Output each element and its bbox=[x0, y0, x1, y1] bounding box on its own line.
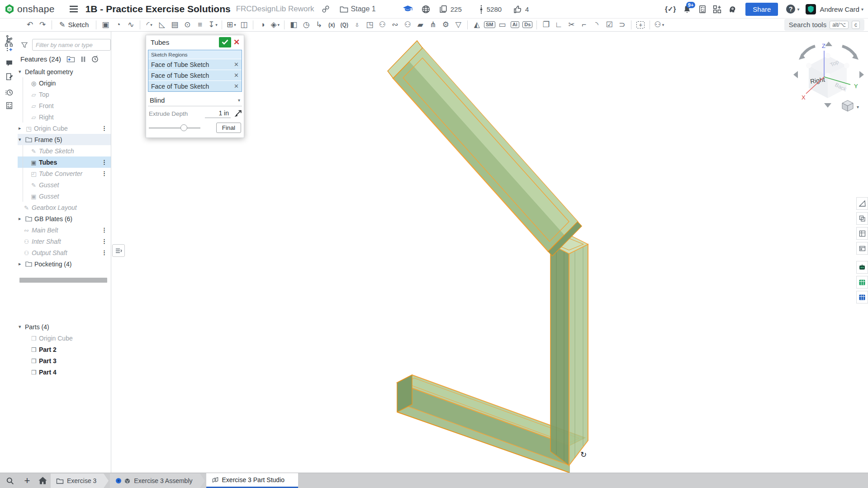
folder-frame[interactable]: Frame (5) bbox=[18, 134, 111, 145]
vertical-tube[interactable] bbox=[550, 235, 588, 465]
thread-button[interactable]: ≡ bbox=[194, 19, 206, 31]
part-4[interactable]: Part 4 bbox=[18, 366, 111, 378]
search-tools[interactable]: Search tools alt/⌥ c bbox=[784, 19, 864, 31]
view-mode-button[interactable]: ▾ bbox=[842, 100, 859, 111]
remove-region-icon[interactable]: ✕ bbox=[234, 83, 239, 90]
measure-tool-button[interactable] bbox=[856, 197, 868, 210]
custom-table-blue-button[interactable] bbox=[856, 291, 868, 303]
end-condition-select[interactable]: Blind ▾ bbox=[148, 95, 242, 106]
insert-tool-button[interactable]: + bbox=[635, 19, 646, 31]
onshape-logo-icon[interactable] bbox=[4, 4, 15, 14]
help-icon[interactable]: ? bbox=[786, 5, 795, 14]
avatar[interactable] bbox=[806, 4, 816, 14]
document-properties-icon[interactable] bbox=[4, 71, 14, 81]
custom-feature-frame-button[interactable]: ⋔ bbox=[427, 19, 439, 31]
round-tool-button[interactable]: ◝ bbox=[591, 19, 602, 31]
slider-track[interactable] bbox=[149, 128, 200, 128]
share-button[interactable]: Share bbox=[745, 3, 778, 16]
rollback-handle-icon[interactable]: ⋮ bbox=[101, 170, 107, 177]
sheet-metal-flat-button[interactable]: ▭ bbox=[496, 19, 508, 31]
sketch-button[interactable]: ✎ Sketch bbox=[55, 19, 93, 31]
release-tasks-icon[interactable] bbox=[698, 5, 707, 14]
drawing-studio-button[interactable]: Ds bbox=[522, 19, 533, 31]
wire-tool-button[interactable]: ⊃ bbox=[616, 19, 628, 31]
lookup-table-button[interactable]: (Q) bbox=[338, 19, 350, 31]
featurescript-notices-icon[interactable]: {✓} bbox=[665, 5, 676, 13]
sketch-regions-box[interactable]: Sketch Regions Face of Tube Sketch ✕ Fac… bbox=[148, 50, 242, 92]
rollback-handle-icon[interactable]: ⋮ bbox=[101, 238, 107, 245]
hamburger-menu-icon[interactable] bbox=[69, 5, 78, 13]
tree-chevron-icon[interactable] bbox=[19, 137, 25, 142]
mirror-button[interactable]: ◫ bbox=[238, 19, 250, 31]
part-2[interactable]: Part 2 bbox=[18, 344, 111, 355]
extrude-depth-slider[interactable] bbox=[149, 124, 200, 132]
depth-value-input[interactable]: 1 in bbox=[205, 109, 231, 118]
comments-icon[interactable] bbox=[4, 58, 14, 68]
notifications-bell-icon[interactable]: 9+ bbox=[683, 5, 691, 14]
workspace-label[interactable]: Stage 1 bbox=[351, 5, 376, 13]
tree-chevron-icon[interactable] bbox=[19, 69, 25, 75]
rollback-handle-icon[interactable]: ⋮ bbox=[101, 159, 107, 166]
featurescript-button[interactable]: ⚇ ▾ bbox=[653, 19, 665, 31]
panel-flyout-toggle[interactable] bbox=[112, 244, 125, 257]
feature-tube-sketch[interactable]: Tube Sketch bbox=[18, 145, 111, 156]
toolbar-divider[interactable] bbox=[140, 20, 140, 29]
custom-feature-shaft-button[interactable]: ⚇ bbox=[402, 19, 413, 31]
history-icon[interactable] bbox=[4, 87, 14, 97]
tree-chevron-icon[interactable] bbox=[19, 216, 25, 222]
shell-button[interactable]: ▤ bbox=[169, 19, 180, 31]
tree-chevron-icon[interactable] bbox=[19, 261, 25, 267]
featurescript-panel-button[interactable] bbox=[856, 261, 868, 274]
feature-plane-front[interactable]: Front bbox=[18, 100, 111, 111]
diagonal-tube[interactable] bbox=[388, 41, 582, 256]
home-tab-button[interactable] bbox=[35, 473, 50, 488]
filter-feature-button[interactable]: ▽ bbox=[452, 19, 464, 31]
toolbar-divider[interactable] bbox=[631, 20, 631, 29]
mate-connector-button[interactable]: ♁ bbox=[351, 19, 363, 31]
variable-button[interactable]: (x) bbox=[326, 19, 337, 31]
slider-handle[interactable] bbox=[180, 124, 187, 131]
public-globe-icon[interactable] bbox=[422, 5, 430, 14]
custom-feature-belt-button[interactable]: ∾ bbox=[389, 19, 401, 31]
rollback-handle-icon[interactable]: ⋮ bbox=[101, 249, 107, 256]
custom-feature-cube-button[interactable]: ◳ bbox=[364, 19, 375, 31]
draft-button[interactable]: ↧ ▾ bbox=[207, 19, 218, 31]
boolean-button[interactable]: ◑ bbox=[256, 19, 268, 31]
appearance-panel-button[interactable] bbox=[856, 242, 868, 255]
eraser-tool-button[interactable]: ✂ bbox=[565, 19, 577, 31]
folder-pocketing[interactable]: Pocketing (4) bbox=[18, 258, 111, 270]
link-icon[interactable] bbox=[322, 5, 330, 13]
sketch-region-2[interactable]: Face of Tube Sketch ✕ bbox=[148, 70, 242, 81]
notebook-button[interactable]: ❐ bbox=[540, 19, 552, 31]
feature-plane-top[interactable]: Top bbox=[18, 89, 111, 100]
hole-button[interactable]: ⊙ bbox=[181, 19, 193, 31]
rollback-handle-icon[interactable]: ⋮ bbox=[101, 125, 107, 132]
named-views-button[interactable] bbox=[856, 227, 868, 240]
tab-exercise-3-part-studio[interactable]: Exercise 3 Part Studio bbox=[206, 473, 299, 488]
versions-icon[interactable] bbox=[479, 5, 484, 14]
part-3[interactable]: Part 3 bbox=[18, 355, 111, 366]
tab-exercise-3[interactable]: Exercise 3 bbox=[51, 474, 104, 488]
fillet-button[interactable]: ◜ ▾ bbox=[143, 19, 155, 31]
extrude-button[interactable]: ▣ bbox=[100, 19, 111, 31]
add-tab-button[interactable]: + bbox=[20, 473, 34, 488]
view-cube[interactable]: Top Back Right Z X Y ▾ bbox=[792, 41, 868, 115]
ai-assistant-icon[interactable] bbox=[728, 5, 736, 14]
custom-feature-robot-button[interactable]: ⚇ bbox=[376, 19, 388, 31]
toolbar-divider[interactable] bbox=[467, 20, 468, 29]
search-tabs-button[interactable] bbox=[2, 473, 18, 488]
undo-button[interactable]: ↶ bbox=[24, 19, 36, 31]
part-origin-cube[interactable]: Origin Cube bbox=[18, 332, 111, 344]
plane-check-button[interactable]: ☑ bbox=[603, 19, 615, 31]
feature-tube-converter[interactable]: Tube Converter ⋮ bbox=[18, 168, 111, 179]
sheet-metal-button[interactable]: SM bbox=[484, 19, 495, 31]
tasks-icon[interactable] bbox=[4, 100, 14, 110]
folder-gb-plates[interactable]: GB Plates (6) bbox=[18, 213, 111, 224]
toolbar-divider[interactable] bbox=[96, 20, 96, 29]
help-caret-icon[interactable]: ▾ bbox=[797, 7, 799, 12]
feature-gearbox-layout[interactable]: Gearbox Layout bbox=[18, 202, 111, 213]
toolbar-divider[interactable] bbox=[536, 20, 537, 29]
suppress-pause-icon[interactable] bbox=[81, 56, 86, 62]
remove-region-icon[interactable]: ✕ bbox=[234, 61, 239, 68]
app-store-icon[interactable] bbox=[713, 5, 721, 14]
